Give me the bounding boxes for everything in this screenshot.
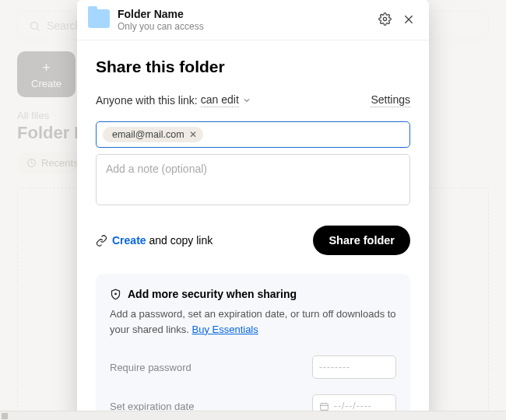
share-modal: Folder Name Only you can access Share th… — [77, 0, 429, 420]
svg-point-3 — [383, 17, 386, 20]
calendar-icon — [319, 401, 329, 411]
password-placeholder: -------- — [319, 362, 350, 373]
settings-icon-button[interactable] — [377, 11, 393, 27]
folder-icon — [88, 9, 110, 28]
note-textarea[interactable] — [96, 154, 410, 205]
horizontal-scrollbar[interactable] — [0, 411, 506, 420]
permission-selector[interactable]: Anyone with this link: can edit — [96, 93, 251, 107]
modal-folder-name: Folder Name — [118, 8, 369, 20]
close-icon — [402, 13, 415, 26]
copy-suffix: and copy link — [146, 234, 213, 247]
link-icon — [96, 235, 107, 247]
modal-access-subtext: Only you can access — [118, 21, 369, 32]
svg-point-6 — [115, 293, 117, 295]
expiration-placeholder: --/--/---- — [334, 401, 372, 411]
create-copy-link[interactable]: Create and copy link — [96, 234, 213, 247]
recipient-input[interactable]: email@mail.com ✕ — [96, 121, 410, 148]
security-card: Add more security when sharing Add a pas… — [96, 274, 410, 420]
security-heading: Add more security when sharing — [128, 288, 297, 300]
email-chip-text: email@mail.com — [112, 129, 184, 140]
modal-header: Folder Name Only you can access — [77, 0, 429, 40]
permission-prefix: Anyone with this link: — [96, 94, 198, 107]
svg-rect-7 — [321, 403, 329, 410]
scrollbar-left-arrow[interactable] — [2, 413, 8, 419]
create-word: Create — [112, 234, 146, 247]
remove-chip-icon[interactable]: ✕ — [189, 129, 197, 140]
share-folder-button[interactable]: Share folder — [313, 226, 410, 255]
share-heading: Share this folder — [96, 58, 410, 76]
gear-icon — [378, 12, 392, 26]
email-chip[interactable]: email@mail.com ✕ — [103, 127, 203, 142]
buy-essentials-link[interactable]: Buy Essentials — [192, 324, 258, 335]
password-input[interactable]: -------- — [312, 355, 396, 379]
settings-link[interactable]: Settings — [371, 93, 410, 107]
recipient-text-input[interactable] — [208, 129, 403, 141]
shield-icon — [110, 289, 121, 300]
close-button[interactable] — [401, 12, 416, 27]
security-description: Add a password, set an expiration date, … — [110, 306, 396, 337]
require-password-label: Require password — [110, 362, 192, 373]
chevron-down-icon — [242, 96, 251, 105]
permission-value: can edit — [201, 93, 239, 107]
